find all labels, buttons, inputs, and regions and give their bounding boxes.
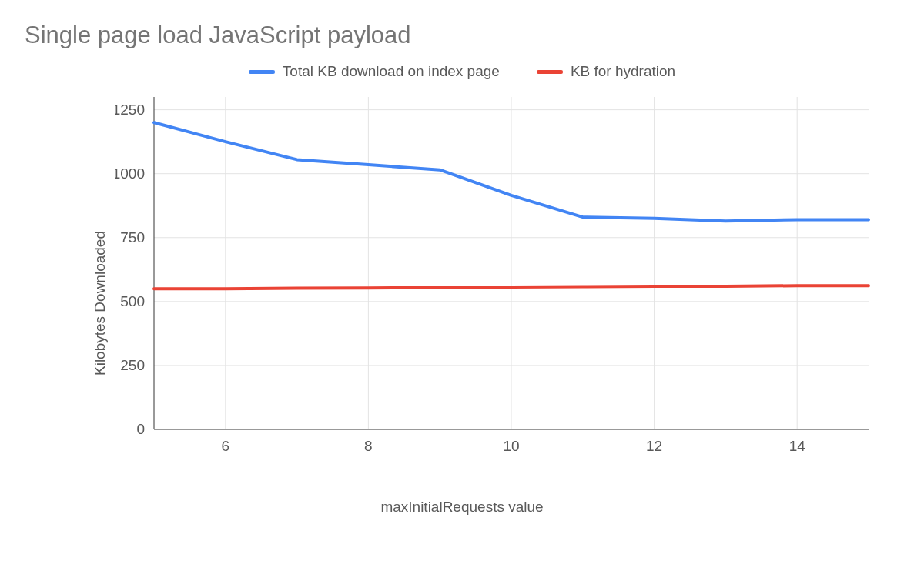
svg-text:14: 14 [789,438,806,454]
svg-text:12: 12 [646,438,662,454]
svg-text:250: 250 [120,357,145,373]
svg-text:500: 500 [120,293,145,309]
legend-item-1: KB for hydration [537,63,675,80]
svg-text:6: 6 [222,438,230,454]
chart-title: Single page load JavaScript payload [25,22,901,49]
y-axis-label: Kilobytes Downloaded [92,231,109,376]
svg-text:0: 0 [136,421,145,437]
plot-zone: Kilobytes Downloaded 0250500750100012506… [23,88,901,519]
svg-text:10: 10 [503,438,519,454]
plot-area: 02505007501000125068101214 [116,95,870,457]
legend-swatch-1 [537,70,563,74]
legend-label-1: KB for hydration [571,63,675,80]
svg-text:1250: 1250 [116,102,145,118]
legend-item-0: Total KB download on index page [249,63,500,80]
svg-text:750: 750 [120,229,145,245]
legend: Total KB download on index page KB for h… [23,63,901,80]
legend-swatch-0 [249,70,275,74]
svg-text:8: 8 [364,438,373,454]
legend-label-0: Total KB download on index page [283,63,500,80]
chart-container: Single page load JavaScript payload Tota… [0,0,924,571]
chart-svg: 02505007501000125068101214 [116,95,870,457]
svg-text:1000: 1000 [116,165,145,182]
x-axis-label: maxInitialRequests value [23,499,901,516]
